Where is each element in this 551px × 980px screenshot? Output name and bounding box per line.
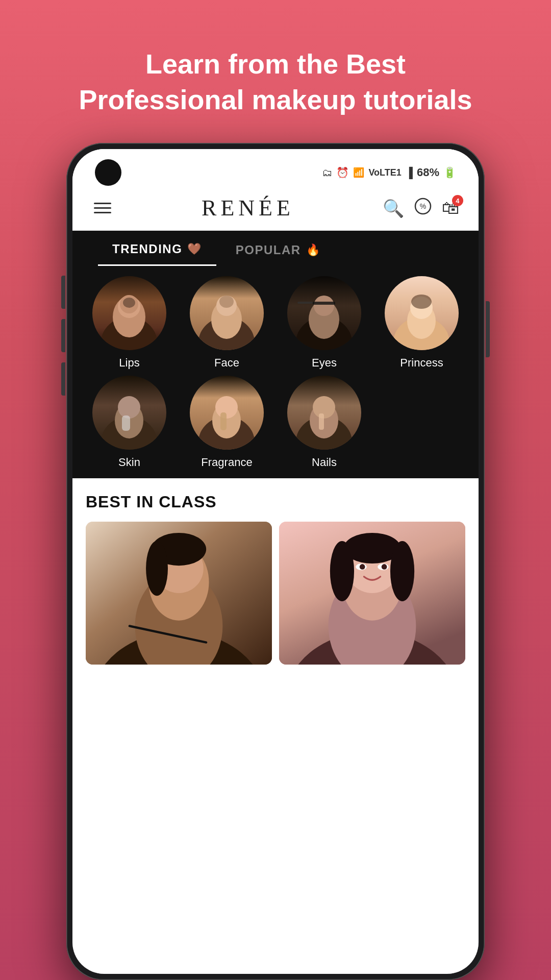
svg-point-46 <box>390 541 414 601</box>
category-row-2: Skin Fragrance <box>72 373 479 478</box>
battery-percentage: 68% <box>417 166 439 179</box>
svg-rect-31 <box>319 413 324 430</box>
svg-point-38 <box>146 541 168 596</box>
svg-point-10 <box>219 296 234 308</box>
battery-icon: 🔋 <box>443 166 456 179</box>
svg-rect-27 <box>220 412 227 430</box>
category-skin[interactable]: Skin <box>83 376 176 469</box>
category-face[interactable]: Face <box>180 276 273 370</box>
video-thumb-1[interactable] <box>86 522 272 665</box>
svg-point-19 <box>411 295 432 309</box>
svg-point-50 <box>360 564 365 570</box>
category-nails-label: Nails <box>312 456 337 469</box>
svg-text:%: % <box>420 202 426 210</box>
status-bar: 🗂 ⏰ 📶 VoLTE1 ▐ 68% 🔋 <box>72 149 479 191</box>
category-nails[interactable]: Nails <box>278 376 371 469</box>
category-eyes-label: Eyes <box>312 356 337 370</box>
app-logo: RENÉE <box>202 195 294 221</box>
best-in-class-section: BEST IN CLASS <box>72 478 479 974</box>
svg-point-6 <box>123 298 135 308</box>
phone-screen: 🗂 ⏰ 📶 VoLTE1 ▐ 68% 🔋 RENÉE � <box>72 149 479 974</box>
category-skin-label: Skin <box>118 456 140 469</box>
phone-shell: 🗂 ⏰ 📶 VoLTE1 ▐ 68% 🔋 RENÉE � <box>66 143 485 980</box>
category-row-1: Lips Face <box>72 266 479 373</box>
tab-popular[interactable]: POPULAR 🔥 <box>221 231 335 266</box>
signal-text: VoLTE1 <box>368 167 401 178</box>
camera-notch <box>95 159 121 186</box>
wifi-icon: 📶 <box>353 167 364 178</box>
category-eyes[interactable]: Eyes <box>278 276 371 370</box>
app-content: TRENDING 🤎 POPULAR 🔥 <box>72 231 479 974</box>
category-fragrance-label: Fragrance <box>201 456 252 469</box>
video-grid <box>86 522 465 665</box>
tab-trending[interactable]: TRENDING 🤎 <box>98 231 216 266</box>
popular-emoji: 🔥 <box>306 243 321 257</box>
svg-rect-15 <box>297 302 313 304</box>
svg-point-30 <box>313 396 335 419</box>
section-title-best-in-class: BEST IN CLASS <box>86 493 465 511</box>
tagline-line2: Professional makeup tutorials <box>79 84 472 115</box>
tabs-container: TRENDING 🤎 POPULAR 🔥 <box>72 231 479 266</box>
svg-rect-23 <box>122 415 130 431</box>
alarm-icon: ⏰ <box>336 166 349 179</box>
video-thumb-2[interactable] <box>279 522 465 665</box>
category-lips[interactable]: Lips <box>83 276 176 370</box>
hamburger-menu[interactable] <box>92 201 113 215</box>
svg-point-51 <box>382 564 387 570</box>
category-princess-label: Princess <box>400 356 443 370</box>
offers-icon[interactable]: % <box>414 198 432 219</box>
trending-emoji: 🤎 <box>187 242 202 256</box>
category-fragrance[interactable]: Fragrance <box>180 376 273 469</box>
status-icons: 🗂 ⏰ 📶 VoLTE1 ▐ 68% 🔋 <box>322 166 456 179</box>
tagline-line1: Learn from the Best <box>145 48 406 79</box>
nav-bar: RENÉE 🔍 % 🛍 4 <box>72 191 479 231</box>
search-icon[interactable]: 🔍 <box>383 198 404 218</box>
nav-icons-group: 🔍 % 🛍 4 <box>383 198 459 219</box>
cart-badge: 4 <box>452 195 463 206</box>
svg-point-47 <box>330 541 354 601</box>
signal-bars-icon: ▐ <box>406 167 413 179</box>
category-lips-label: Lips <box>119 356 139 370</box>
category-princess[interactable]: Princess <box>375 276 468 370</box>
category-face-label: Face <box>214 356 239 370</box>
storage-icon: 🗂 <box>322 167 332 179</box>
header-tagline: Learn from the Best Professional makeup … <box>38 0 513 143</box>
svg-point-22 <box>118 396 140 419</box>
svg-point-13 <box>314 296 334 316</box>
svg-rect-14 <box>313 302 335 305</box>
cart-icon[interactable]: 🛍 4 <box>442 198 459 218</box>
